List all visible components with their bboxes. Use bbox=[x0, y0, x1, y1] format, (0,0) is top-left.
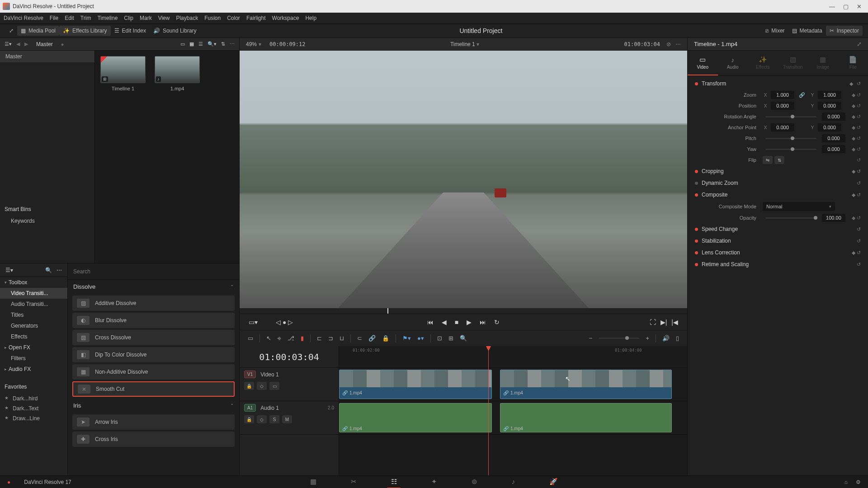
video-clip-1[interactable]: 🔗 1.mp4 bbox=[339, 370, 492, 399]
audio-icon[interactable]: 🔊 bbox=[662, 335, 670, 342]
section-retime[interactable]: Retime and Scaling↺ bbox=[688, 258, 868, 270]
fx-arrow-iris[interactable]: ➤Arrow Iris bbox=[72, 414, 235, 430]
lock-v1[interactable]: 🔒 bbox=[244, 382, 254, 390]
sound-library-button[interactable]: 🔊Sound Library bbox=[150, 26, 200, 36]
playhead[interactable] bbox=[488, 346, 489, 475]
tab-effects[interactable]: ✨Effects bbox=[748, 51, 778, 75]
search-icon[interactable]: 🔍▾ bbox=[208, 41, 217, 47]
tab-video[interactable]: ▭Video bbox=[688, 51, 718, 75]
panel-layout-icon[interactable]: ☰▾ bbox=[5, 267, 13, 273]
flag-tool[interactable]: ⚑▾ bbox=[402, 335, 411, 342]
panel-menu-icon[interactable]: ☰▾ bbox=[5, 41, 12, 47]
fx-generators[interactable]: Generators bbox=[0, 320, 67, 331]
pitch-field[interactable] bbox=[822, 134, 845, 142]
fx-group-iris[interactable]: Iris⌃ bbox=[68, 399, 239, 413]
pos-y-field[interactable] bbox=[818, 102, 841, 110]
menu-davinci[interactable]: DaVinci Resolve bbox=[4, 15, 43, 21]
fx-group-openfx[interactable]: Open FX bbox=[0, 342, 67, 353]
track-header-v1[interactable]: V1Video 1 🔒◇▭ bbox=[240, 368, 339, 401]
more-icon[interactable]: ⋯ bbox=[230, 41, 235, 47]
lock-a1[interactable]: 🔒 bbox=[244, 415, 254, 423]
menu-help[interactable]: Help bbox=[305, 15, 316, 21]
link-tool[interactable]: 🔗 bbox=[368, 335, 376, 342]
fav-item-2[interactable]: Draw...Line bbox=[0, 413, 67, 423]
lock-tool[interactable]: 🔒 bbox=[382, 335, 389, 342]
fx-titles[interactable]: Titles bbox=[0, 310, 67, 320]
fx-video-transitions[interactable]: Video Transiti... bbox=[0, 288, 67, 299]
view-metadata-icon[interactable]: ▭ bbox=[180, 41, 185, 47]
smart-bins-header[interactable]: Smart Bins bbox=[0, 203, 94, 215]
page-edit[interactable]: ☷ bbox=[387, 476, 401, 488]
media-pool-button[interactable]: ▦Media Pool bbox=[17, 26, 59, 36]
fx-smooth-cut[interactable]: ⤫Smooth Cut bbox=[72, 381, 235, 397]
zoom-custom-icon[interactable]: 🔍 bbox=[460, 335, 467, 342]
effects-library-button[interactable]: ✨Effects Library bbox=[59, 26, 110, 36]
anchor-x-field[interactable] bbox=[771, 123, 794, 131]
view-list-icon[interactable]: ☰ bbox=[198, 41, 203, 47]
page-fusion[interactable]: ✦ bbox=[428, 476, 441, 488]
effects-more-icon[interactable]: ⋯ bbox=[57, 267, 62, 273]
trim-tool[interactable]: ⎆ bbox=[278, 335, 281, 342]
page-cut[interactable]: ✂ bbox=[347, 476, 360, 488]
yaw-field[interactable] bbox=[822, 145, 845, 153]
keyframe-icon[interactable]: ◆ bbox=[849, 81, 853, 87]
dynamic-trim-tool[interactable]: ⎇ bbox=[288, 335, 294, 342]
audio-clip-1[interactable]: 🔗 1.mp4 bbox=[339, 403, 492, 432]
selection-tool[interactable]: ↖ bbox=[266, 335, 271, 342]
fullscreen-icon[interactable]: ⛶ bbox=[650, 319, 656, 326]
view-thumb-icon[interactable]: ▦ bbox=[189, 41, 194, 47]
fx-effects[interactable]: Effects bbox=[0, 331, 67, 342]
mute-a1[interactable]: M bbox=[282, 415, 292, 423]
track-header-a1[interactable]: A1Audio 12.0 🔒◇SM bbox=[240, 401, 339, 435]
effects-search-input[interactable] bbox=[73, 268, 234, 275]
tab-transition[interactable]: ▧Transition bbox=[778, 51, 808, 75]
menu-file[interactable]: File bbox=[50, 15, 58, 21]
menu-fairlight[interactable]: Fairlight bbox=[246, 15, 266, 21]
section-speed[interactable]: Speed Change↺ bbox=[688, 223, 868, 235]
audio-clip-2[interactable]: 🔗 1.mp4 bbox=[500, 403, 672, 432]
replace-tool[interactable]: ⊔ bbox=[340, 335, 344, 342]
first-frame-button[interactable]: ⏮ bbox=[427, 319, 434, 326]
viewer-more-icon[interactable]: ⋯ bbox=[675, 41, 681, 47]
inspector-button[interactable]: ✂Inspector bbox=[826, 26, 863, 36]
rotation-field[interactable] bbox=[822, 113, 845, 121]
menu-clip[interactable]: Clip bbox=[124, 15, 133, 21]
prev-edit-icon[interactable]: |◀ bbox=[671, 319, 678, 326]
fx-dip-to-color[interactable]: ◧Dip To Color Dissolve bbox=[72, 347, 235, 362]
auto-select-v1[interactable]: ◇ bbox=[257, 382, 267, 390]
zoom-out-button[interactable]: − bbox=[589, 335, 593, 342]
zoom-y-field[interactable] bbox=[818, 91, 841, 99]
anchor-y-field[interactable] bbox=[818, 123, 841, 131]
timeline-view-icon[interactable]: ▭ bbox=[248, 335, 253, 342]
fx-blur-dissolve[interactable]: ◐Blur Dissolve bbox=[72, 313, 235, 328]
fav-item-0[interactable]: Dark...hird bbox=[0, 394, 67, 404]
disable-v1[interactable]: ▭ bbox=[269, 382, 279, 390]
fx-non-additive[interactable]: ▦Non-Additive Dissolve bbox=[72, 364, 235, 380]
auto-select-a1[interactable]: ◇ bbox=[257, 415, 267, 423]
timeline-tracks[interactable]: 01:00:02:00 01:00:04:00 🔗 1.mp4 🔗 1.mp4 … bbox=[339, 346, 687, 475]
section-cropping[interactable]: Cropping◆ ↺ bbox=[688, 165, 868, 177]
bypass-icon[interactable]: ⊘ bbox=[666, 41, 671, 47]
audio-track-1[interactable]: 🔗 1.mp4 🔗 1.mp4 bbox=[339, 401, 687, 435]
clip-thumb-1mp4[interactable]: ♪ 1.mp4 bbox=[155, 56, 200, 91]
stop-button[interactable]: ■ bbox=[455, 319, 458, 326]
menu-workspace[interactable]: Workspace bbox=[272, 15, 299, 21]
fx-group-toolbox[interactable]: Toolbox bbox=[0, 277, 67, 288]
minimize-button[interactable]: — bbox=[829, 3, 835, 10]
menu-mark[interactable]: Mark bbox=[140, 15, 152, 21]
play-button[interactable]: ▶ bbox=[467, 319, 472, 326]
edit-index-button[interactable]: ☰Edit Index bbox=[111, 26, 150, 36]
clip-thumb-timeline1[interactable]: ⊞ Timeline 1 bbox=[100, 56, 146, 91]
settings-icon[interactable]: ⚙ bbox=[856, 479, 861, 485]
menu-edit[interactable]: Edit bbox=[65, 15, 74, 21]
fx-group-audiofx[interactable]: Audio FX bbox=[0, 364, 67, 375]
fx-group-dissolve[interactable]: Dissolve⌃ bbox=[68, 280, 239, 294]
solo-a1[interactable]: S bbox=[269, 415, 279, 423]
video-track-1[interactable]: 🔗 1.mp4 🔗 1.mp4 bbox=[339, 368, 687, 401]
composite-mode-select[interactable]: Normal▾ bbox=[763, 202, 835, 211]
page-media[interactable]: ▦ bbox=[307, 476, 320, 488]
pos-x-field[interactable] bbox=[771, 102, 794, 110]
fx-audio-transitions[interactable]: Audio Transiti... bbox=[0, 299, 67, 310]
section-dynamic-zoom[interactable]: Dynamic Zoom↺ bbox=[688, 177, 868, 189]
viewer-zoom[interactable]: 49% bbox=[246, 41, 257, 47]
